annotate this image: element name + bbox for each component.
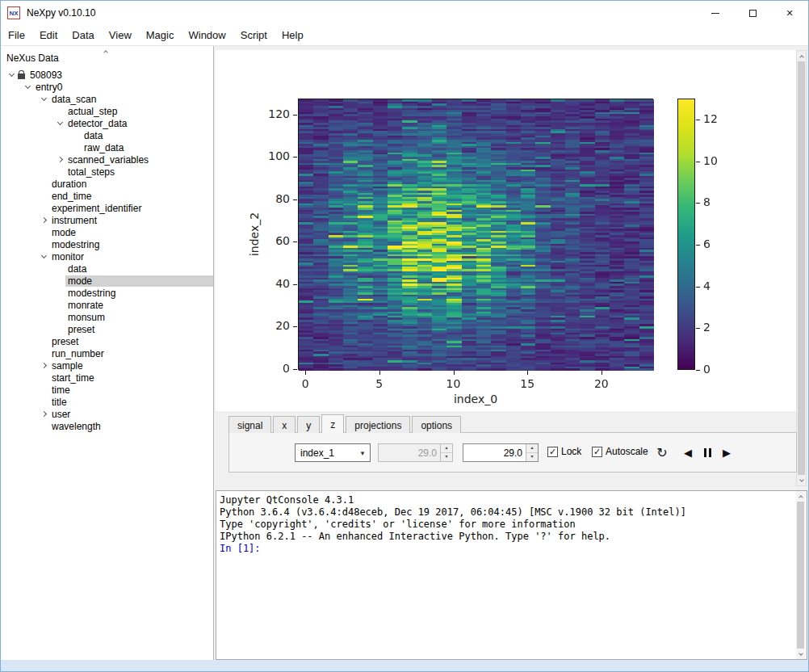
pause-button[interactable] [698,443,717,462]
plot-scrollbar-thumb[interactable] [798,61,805,475]
tree-item-label: actual_step [65,106,213,117]
expander-right-icon[interactable] [38,412,49,416]
tree-item-data[interactable]: data [1,262,213,275]
tree-item-508093[interactable]: 508093 [1,69,213,81]
console-scrollbar[interactable] [796,491,807,659]
axis-select-dropdown[interactable]: index_1 ▾ [295,443,371,462]
tree-item-start_time[interactable]: start_time [1,372,213,384]
x-axis-label: index_0 [454,393,497,405]
x-tick-mark [527,371,528,375]
close-button[interactable]: ✕ [771,1,808,25]
step-back-button[interactable]: ◀ [678,443,698,462]
chevron-down-icon [24,83,30,89]
console-scrollbar-thumb[interactable] [797,502,804,649]
refresh-button[interactable]: ↻ [652,443,672,462]
tree-item-modestring[interactable]: modestring [1,287,213,299]
expander-down-icon[interactable] [38,255,49,258]
heatmap-axes[interactable] [298,99,653,370]
z-min-value: 29.0 [379,444,440,461]
tab-signal[interactable]: signal [228,416,271,433]
plot-scrollbar[interactable] [796,50,807,486]
tree-item-data_scan[interactable]: data_scan [1,93,213,105]
tree-item-sample[interactable]: sample [1,359,213,372]
tree-item-experiment_identifier[interactable]: experiment_identifier [1,202,213,214]
menu-item-window[interactable]: Window [181,26,233,44]
menu-item-edit[interactable]: Edit [32,26,65,44]
tree-item-monitor[interactable]: monitor [1,250,213,262]
play-forward-button[interactable]: ▶ [717,443,736,462]
tree-item-monsum[interactable]: monsum [1,311,213,323]
colorbar-tick-label: 12 [703,112,731,125]
menu-item-file[interactable]: File [1,26,32,44]
expander-right-icon[interactable] [54,158,65,162]
tree-item-title[interactable]: title [1,396,213,408]
tree-item-label: instrument [49,215,213,226]
z-min-spinbox: 29.0 ▴ ▾ [378,443,453,462]
y-tick-mark [293,115,297,116]
tree-item-entry0[interactable]: entry0 [1,81,213,93]
heatmap-canvas[interactable] [299,99,654,371]
expander-down-icon[interactable] [22,86,33,88]
autoscale-checkbox-group[interactable]: ✓ Autoscale [592,446,648,457]
spin-up-icon[interactable]: ▴ [526,444,538,452]
tree-item-total_steps[interactable]: total_steps [1,166,213,178]
tab-x[interactable]: x [273,416,296,433]
expander-right-icon[interactable] [38,218,49,222]
tree-item-end_time[interactable]: end_time [1,190,213,202]
tree-item-run_number[interactable]: run_number [1,347,213,359]
colorbar-tick-label: 2 [703,321,731,334]
tree-item-duration[interactable]: duration [1,178,213,190]
tree-item-user[interactable]: user [1,408,213,420]
menu-item-help[interactable]: Help [275,26,311,44]
lock-checkbox[interactable]: ✓ [547,447,558,457]
scroll-up-icon[interactable] [796,491,805,501]
tree-item-mode[interactable]: mode [1,226,213,238]
expander-down-icon[interactable] [54,122,65,124]
tree-item-wavelength[interactable]: wavelength [1,420,213,432]
z-value-spinbox[interactable]: 29.0 ▴ ▾ [463,443,539,462]
y-tick-label: 60 [258,234,290,247]
tab-options[interactable]: options [412,416,461,433]
tree-item-instrument[interactable]: instrument [1,214,213,226]
autoscale-checkbox[interactable]: ✓ [592,447,602,457]
y-tick-mark [293,284,297,285]
tree-item-label: preset [49,336,213,347]
tree-item-label: preset [65,324,213,335]
tree-item-actual_step[interactable]: actual_step [1,105,213,117]
console-line: Jupyter QtConsole 4.3.1 [220,494,795,506]
expander-down-icon[interactable] [38,98,49,100]
tree-item-modestring[interactable]: modestring [1,238,213,250]
menu-item-data[interactable]: Data [65,26,101,44]
tree-item-detector_data[interactable]: detector_data [1,117,213,129]
maximize-button[interactable] [734,1,771,25]
jupyter-console[interactable]: Jupyter QtConsole 4.3.1Python 3.6.4 (v3.… [216,490,807,660]
expander-right-icon[interactable] [38,363,49,368]
scroll-down-icon[interactable] [796,649,805,659]
tab-z[interactable]: z [321,414,344,433]
tree-item-monrate[interactable]: monrate [1,299,213,311]
lock-checkbox-group[interactable]: ✓ Lock [547,446,581,457]
tree-item-data[interactable]: data [1,129,213,141]
tree-item-preset[interactable]: preset [1,323,213,335]
tree-item-preset[interactable]: preset [1,335,213,347]
tree-item-raw_data[interactable]: raw_data [1,141,213,153]
expander-down-icon[interactable] [6,74,17,76]
menu-item-script[interactable]: Script [233,26,275,44]
menu-item-view[interactable]: View [102,26,139,44]
tab-projections[interactable]: projections [346,416,410,433]
menu-item-magic[interactable]: Magic [139,26,182,44]
play-forward-icon: ▶ [723,447,731,459]
z-tab-panel: index_1 ▾ 29.0 ▴ ▾ 29.0 ▴ ▾ ✓ Lock [228,432,797,472]
tab-y[interactable]: y [297,416,320,433]
scroll-down-icon[interactable] [797,476,806,485]
spin-down-icon[interactable]: ▾ [526,452,538,461]
console-text[interactable]: Jupyter QtConsole 4.3.1Python 3.6.4 (v3.… [216,491,795,659]
scroll-up-icon[interactable] [797,51,806,61]
chevron-down-icon [40,253,46,258]
tree-scroll-up-button[interactable] [99,47,112,55]
tree-panel: NeXus Data 508093entry0data_scanactual_s… [1,46,214,660]
minimize-button[interactable] [697,1,734,25]
tree-item-scanned_variables[interactable]: scanned_variables [1,153,213,166]
tree-item-time[interactable]: time [1,384,213,396]
tree-item-mode[interactable]: mode [1,275,213,287]
